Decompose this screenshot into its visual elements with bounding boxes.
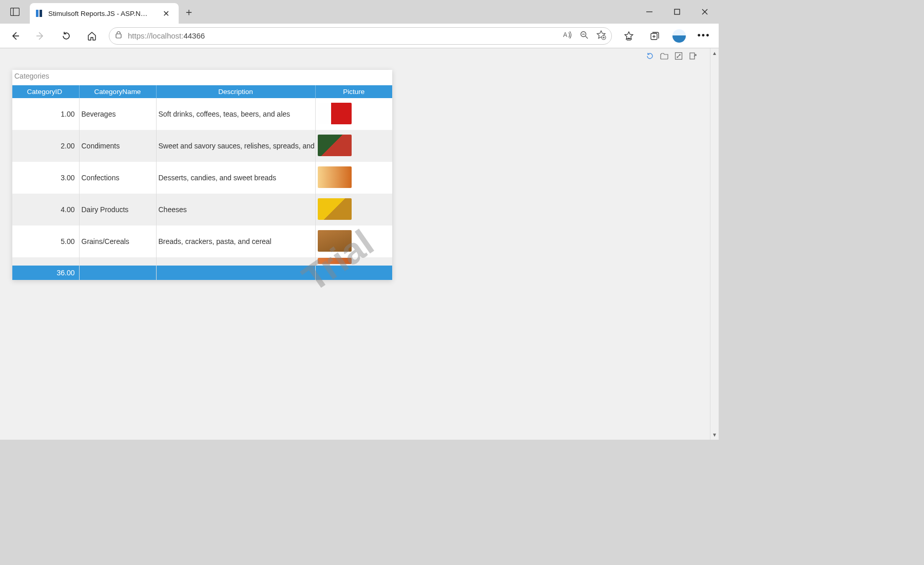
th-picture: Picture: [315, 85, 392, 98]
thumbnail: [318, 166, 352, 188]
browser-toolbar: https://localhost:44366 A •••: [0, 24, 719, 48]
thumbnail: [318, 135, 352, 156]
site-info-icon[interactable]: [114, 31, 123, 41]
thumbnail: [318, 103, 352, 124]
thumbnail: [318, 258, 352, 264]
cell-picture: [315, 98, 392, 130]
cell-id: 3.00: [12, 162, 79, 194]
categories-table: CategoryID CategoryName Description Pict…: [12, 85, 392, 280]
home-button[interactable]: [80, 26, 104, 46]
cell-description: Cheeses: [156, 194, 315, 225]
cell-name: Condiments: [79, 130, 156, 162]
window-controls: [636, 0, 719, 24]
cell-description: Breads, crackers, pasta, and cereal: [156, 225, 315, 257]
refresh-button[interactable]: [54, 26, 78, 46]
svg-rect-2: [36, 10, 38, 17]
vertical-scrollbar[interactable]: ▲ ▼: [710, 48, 719, 440]
svg-rect-10: [116, 34, 121, 38]
cell-description: Desserts, candies, and sweet breads: [156, 162, 315, 194]
read-aloud-icon[interactable]: A: [563, 30, 572, 42]
scroll-up-icon[interactable]: ▲: [711, 49, 719, 57]
cell-name: Beverages: [79, 98, 156, 130]
collections-button[interactable]: [643, 26, 666, 46]
th-category-id: CategoryID: [12, 85, 79, 98]
table-row: 5.00Grains/CerealsBreads, crackers, past…: [12, 225, 392, 257]
report-panel: Categories CategoryID CategoryName Descr…: [12, 70, 392, 280]
cell-name: Grains/Cereals: [79, 225, 156, 257]
url-text: https://localhost:44366: [128, 31, 205, 40]
favorite-add-icon[interactable]: [596, 30, 606, 42]
tab-title: Stimulsoft Reports.JS - ASP.NET D: [48, 10, 151, 17]
svg-line-13: [586, 36, 588, 39]
table-footer: 36.00: [12, 266, 392, 280]
new-tab-button[interactable]: ＋: [179, 0, 199, 24]
back-button[interactable]: [3, 26, 27, 46]
browser-viewport: Categories CategoryID CategoryName Descr…: [0, 48, 719, 440]
dev-refresh-icon[interactable]: [645, 51, 654, 61]
titlebar: Stimulsoft Reports.JS - ASP.NET D ✕ ＋: [0, 0, 719, 24]
close-window-button[interactable]: [691, 0, 719, 24]
favicon: [35, 9, 43, 17]
favorites-button[interactable]: [617, 26, 641, 46]
th-category-name: CategoryName: [79, 85, 156, 98]
dev-panel: [645, 51, 698, 61]
dev-export-icon[interactable]: [688, 51, 698, 61]
address-bar[interactable]: https://localhost:44366 A: [109, 27, 612, 45]
footer-total: 36.00: [12, 266, 79, 280]
cell-picture: [315, 194, 392, 225]
cell-id: 4.00: [12, 194, 79, 225]
cell-description: Soft drinks, coffees, teas, beers, and a…: [156, 98, 315, 130]
table-row: 4.00Dairy ProductsCheeses: [12, 194, 392, 225]
svg-text:A: A: [563, 31, 567, 39]
maximize-button[interactable]: [663, 0, 691, 24]
table-row: 2.00CondimentsSweet and savory sauces, r…: [12, 130, 392, 162]
minimize-button[interactable]: [636, 0, 663, 24]
scroll-down-icon[interactable]: ▼: [711, 431, 719, 439]
table-row: [12, 257, 392, 266]
cell-picture: [315, 225, 392, 257]
cell-picture: [315, 130, 392, 162]
profile-avatar[interactable]: [672, 29, 686, 43]
table-row: 1.00BeveragesSoft drinks, coffees, teas,…: [12, 98, 392, 130]
settings-menu-button[interactable]: •••: [692, 26, 716, 46]
cell-description: Sweet and savory sauces, relishes, sprea…: [156, 130, 315, 162]
browser-tab[interactable]: Stimulsoft Reports.JS - ASP.NET D ✕: [30, 3, 179, 24]
thumbnail: [318, 198, 352, 220]
cell-id: 2.00: [12, 130, 79, 162]
tab-close-button[interactable]: ✕: [161, 9, 171, 18]
svg-rect-24: [690, 53, 695, 59]
svg-rect-5: [675, 9, 680, 14]
svg-rect-3: [40, 10, 42, 17]
tab-actions-icon[interactable]: [0, 0, 30, 24]
table-row: 3.00ConfectionsDesserts, candies, and sw…: [12, 162, 392, 194]
dev-open-icon[interactable]: [660, 51, 669, 61]
svg-rect-0: [11, 8, 20, 16]
cell-id: 5.00: [12, 225, 79, 257]
report-title: Categories: [12, 70, 392, 85]
dev-resize-icon[interactable]: [674, 51, 683, 61]
cell-name: Confections: [79, 162, 156, 194]
cell-name: Dairy Products: [79, 194, 156, 225]
thumbnail: [318, 230, 352, 252]
cell-picture: [315, 162, 392, 194]
forward-button[interactable]: [29, 26, 52, 46]
th-description: Description: [156, 85, 315, 98]
cell-id: 1.00: [12, 98, 79, 130]
zoom-icon[interactable]: [580, 30, 589, 42]
